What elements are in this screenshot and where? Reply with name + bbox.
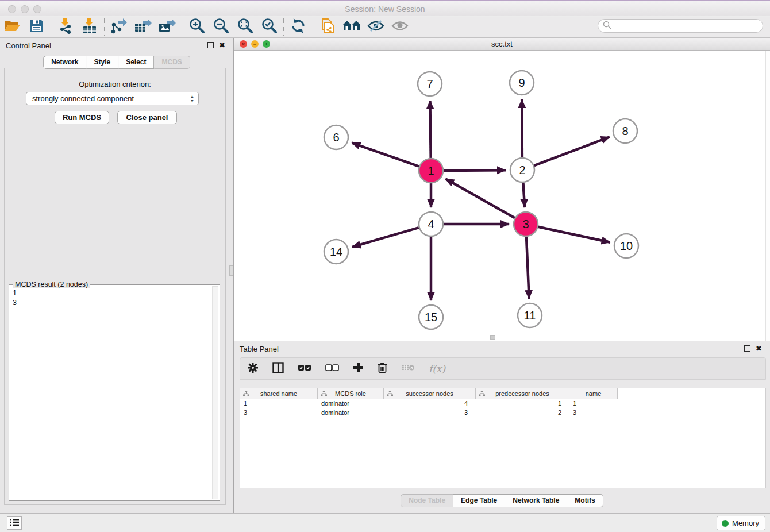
memory-button[interactable]: Memory bbox=[717, 516, 765, 530]
table-cell[interactable]: dominator bbox=[318, 399, 384, 408]
save-floppy-icon bbox=[29, 18, 44, 36]
table-cell[interactable]: 2 bbox=[476, 408, 569, 418]
table-panel-title: Table Panel bbox=[240, 345, 279, 353]
search-input[interactable] bbox=[598, 19, 763, 33]
table-cell[interactable]: 4 bbox=[384, 399, 476, 408]
toolbar-separator bbox=[51, 18, 51, 36]
column-header[interactable]: shared name bbox=[240, 388, 318, 399]
select-all-button[interactable] bbox=[298, 364, 311, 374]
mcds-result-title: MCDS result (2 nodes) bbox=[13, 280, 90, 288]
network-window-titlebar: ✕ − + scc.txt bbox=[234, 38, 770, 51]
tab-network[interactable]: Network bbox=[43, 56, 86, 69]
control-panel-tabs: Network Style Select MCDS bbox=[43, 56, 190, 69]
control-panel-title: Control Panel bbox=[6, 41, 51, 50]
svg-text:1: 1 bbox=[428, 164, 434, 177]
table-cell[interactable]: 1 bbox=[240, 399, 318, 408]
delete-button[interactable] bbox=[378, 362, 387, 376]
import-table-button[interactable] bbox=[78, 17, 102, 37]
canvas-resize-thumb[interactable] bbox=[490, 335, 495, 340]
close-table-panel-icon[interactable]: ✖ bbox=[756, 345, 762, 352]
zoom-in-icon bbox=[188, 18, 205, 36]
tab-node-table[interactable]: Node Table bbox=[401, 494, 453, 507]
close-panel-button[interactable]: Close panel bbox=[117, 111, 177, 124]
table-cell[interactable]: dominator bbox=[318, 408, 384, 418]
svg-text:14: 14 bbox=[330, 245, 342, 258]
table-header-row: shared nameMCDS rolesuccessor nodesprede… bbox=[240, 388, 765, 399]
export-network-button[interactable] bbox=[107, 17, 131, 37]
save-session-button[interactable] bbox=[24, 17, 48, 37]
task-history-button[interactable] bbox=[7, 516, 22, 530]
memory-status-icon bbox=[722, 520, 729, 527]
tab-select[interactable]: Select bbox=[118, 56, 154, 69]
svg-text:10: 10 bbox=[620, 240, 633, 252]
zoom-out-button[interactable] bbox=[209, 17, 233, 37]
delete-column-icon bbox=[401, 363, 415, 374]
node-table[interactable]: shared nameMCDS rolesuccessor nodesprede… bbox=[240, 388, 766, 488]
eye-slash-icon bbox=[367, 19, 385, 35]
zoom-in-button[interactable] bbox=[184, 17, 209, 37]
zoom-selected-icon bbox=[261, 18, 277, 36]
search-icon bbox=[603, 21, 611, 32]
column-header[interactable]: MCDS role bbox=[318, 388, 384, 399]
open-session-button[interactable] bbox=[0, 17, 24, 37]
float-table-panel-icon[interactable] bbox=[744, 345, 750, 352]
table-toolbar: f(x) bbox=[240, 357, 766, 380]
export-network-icon bbox=[110, 18, 128, 36]
svg-text:4: 4 bbox=[428, 218, 434, 230]
tab-mcds[interactable]: MCDS bbox=[155, 56, 190, 69]
table-row[interactable]: 1dominator411 bbox=[240, 399, 765, 408]
tab-edge-table[interactable]: Edge Table bbox=[453, 494, 505, 507]
split-columns-button[interactable] bbox=[272, 362, 284, 376]
column-header[interactable]: name bbox=[569, 388, 618, 399]
toolbar-separator bbox=[283, 18, 284, 36]
eye-icon bbox=[391, 20, 409, 34]
deselect-all-button[interactable] bbox=[325, 364, 339, 374]
result-scrollbar[interactable] bbox=[212, 286, 218, 499]
toolbar-separator bbox=[182, 18, 182, 36]
table-cell[interactable]: 1 bbox=[569, 399, 618, 408]
tab-style[interactable]: Style bbox=[86, 56, 118, 69]
criterion-dropdown[interactable]: strongly connected component ▲▼ bbox=[26, 92, 199, 105]
table-cell[interactable]: 1 bbox=[476, 399, 569, 408]
table-settings-button[interactable] bbox=[247, 362, 259, 376]
svg-text:9: 9 bbox=[518, 76, 525, 89]
main-toolbar bbox=[0, 17, 770, 38]
export-image-button[interactable] bbox=[155, 17, 179, 37]
toolbar-separator bbox=[313, 18, 313, 36]
clone-network-button[interactable] bbox=[315, 17, 340, 37]
dropdown-stepper-icon: ▲▼ bbox=[190, 94, 194, 103]
table-panel-controls: ✖ bbox=[744, 345, 762, 352]
import-network-button[interactable] bbox=[53, 17, 78, 37]
svg-text:8: 8 bbox=[622, 125, 628, 137]
zoom-fit-button[interactable] bbox=[233, 17, 257, 37]
network-canvas[interactable]: 7968124314101511 bbox=[234, 51, 765, 340]
show-button[interactable] bbox=[388, 17, 412, 37]
run-mcds-button[interactable]: Run MCDS bbox=[55, 111, 109, 124]
houses-button[interactable] bbox=[340, 17, 364, 37]
table-row[interactable]: 3dominator323 bbox=[240, 408, 765, 418]
table-cell[interactable]: 3 bbox=[384, 408, 476, 418]
document-share-icon bbox=[320, 18, 335, 36]
control-panel-controls: ✖ bbox=[207, 42, 225, 48]
network-view-window: ✕ − + scc.txt 7968124314101511 bbox=[234, 38, 770, 341]
column-header[interactable]: successor nodes bbox=[384, 388, 476, 399]
zoom-selected-button[interactable] bbox=[257, 17, 281, 37]
mcds-panel: Optimization criterion: strongly connect… bbox=[4, 68, 226, 505]
column-header[interactable]: predecessor nodes bbox=[476, 388, 569, 399]
table-cell[interactable]: 3 bbox=[240, 408, 318, 418]
float-panel-icon[interactable] bbox=[207, 42, 214, 48]
table-cell[interactable]: 3 bbox=[569, 408, 618, 418]
svg-text:7: 7 bbox=[426, 78, 433, 90]
refresh-button[interactable] bbox=[286, 17, 310, 37]
hide-button[interactable] bbox=[364, 17, 388, 37]
close-panel-icon[interactable]: ✖ bbox=[219, 42, 225, 48]
tab-network-table[interactable]: Network Table bbox=[505, 494, 567, 507]
network-scroll-strip bbox=[765, 51, 770, 341]
table-panel: Table Panel ✖ f(x) shared bbox=[234, 341, 770, 513]
tab-motifs[interactable]: Motifs bbox=[567, 494, 603, 507]
table-tabs: Node Table Edge Table Network Table Moti… bbox=[234, 494, 770, 507]
add-column-button[interactable] bbox=[353, 362, 364, 375]
export-table-button[interactable] bbox=[131, 17, 155, 37]
splitter-grip[interactable] bbox=[229, 265, 233, 276]
status-bar: Memory bbox=[0, 513, 770, 532]
